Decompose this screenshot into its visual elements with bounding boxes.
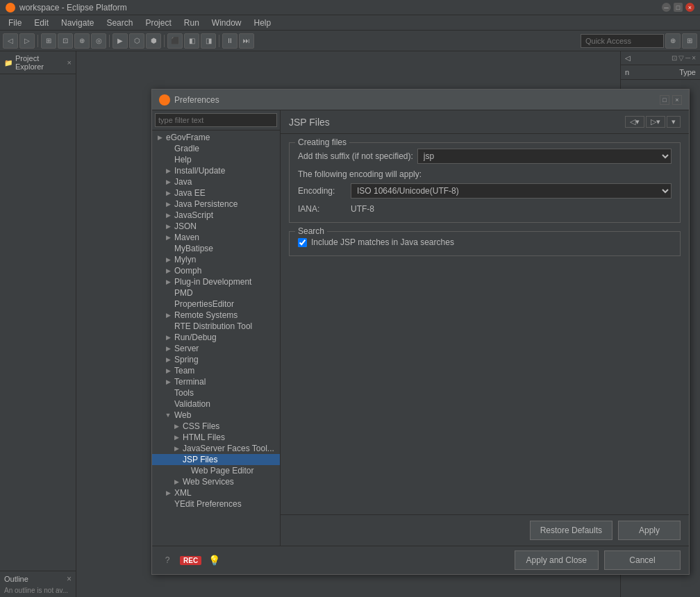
restore-defaults-button[interactable]: Restore Defaults <box>530 521 612 540</box>
toolbar-btn-16[interactable]: ⊞ <box>682 33 697 49</box>
menu-search[interactable]: Search <box>101 17 138 29</box>
toolbar-btn-14[interactable]: ⏭ <box>239 33 254 49</box>
maximize-button[interactable]: □ <box>674 3 683 12</box>
encoding-select[interactable]: ISO 10646/Unicode(UTF-8)UTF-8UTF-16ISO-8… <box>351 183 672 199</box>
menu-window[interactable]: Window <box>206 17 247 29</box>
menu-project[interactable]: Project <box>140 17 176 29</box>
toolbar-btn-3[interactable]: ⊞ <box>41 33 56 49</box>
toolbar-btn-9[interactable]: ⬢ <box>146 33 161 49</box>
menu-edit[interactable]: Edit <box>28 17 54 29</box>
tree-item-label: Gradle <box>173 144 280 153</box>
tree-item-label: Java <box>173 177 280 187</box>
toolbar-btn-4[interactable]: ⊡ <box>58 33 73 49</box>
toolbar-btn-10[interactable]: ⬛ <box>167 33 183 49</box>
suffix-select[interactable]: jspjspx <box>417 149 672 164</box>
close-button[interactable]: × <box>685 3 694 12</box>
right-panel-btn-2[interactable]: ▽ <box>678 54 684 62</box>
tree-item-Gradle[interactable]: Gradle <box>152 143 280 154</box>
tree-item-WebServices[interactable]: ▶ Web Services <box>152 476 280 487</box>
right-panel-btn-4[interactable]: × <box>692 54 696 62</box>
tree-item-Java[interactable]: ▶ Java <box>152 176 280 187</box>
tree-item-PMD[interactable]: PMD <box>152 287 280 298</box>
lightbulb-icon[interactable]: 💡 <box>207 553 221 567</box>
tree-item-Web[interactable]: ▼ Web <box>152 410 280 421</box>
tree-item-YEditPreferences[interactable]: YEdit Preferences <box>152 498 280 510</box>
menu-run[interactable]: Run <box>178 17 205 29</box>
tree-items-container: ▶ eGovFrame Gradle Help ▶ Install/Update… <box>152 131 280 546</box>
right-panel-btn-3[interactable]: ─ <box>685 54 690 62</box>
toolbar-btn-7[interactable]: ▶ <box>112 33 128 49</box>
tree-item-WebPageEditor[interactable]: Web Page Editor <box>152 465 280 476</box>
tree-item-Team[interactable]: ▶ Team <box>152 365 280 376</box>
tree-item-Server[interactable]: ▶ Server <box>152 343 280 354</box>
tree-item-eGovFrame[interactable]: ▶ eGovFrame <box>152 132 280 143</box>
toolbar-btn-6[interactable]: ◎ <box>91 33 106 49</box>
tree-item-Terminal[interactable]: ▶ Terminal <box>152 376 280 387</box>
content-panel: JSP Files ◁▾ ▷▾ ▾ Creating files Add <box>281 110 689 546</box>
nav-forward-button[interactable]: ▷▾ <box>646 116 665 128</box>
tree-item-Validation[interactable]: Validation <box>152 398 280 410</box>
nav-back-button[interactable]: ◁▾ <box>625 116 644 128</box>
tree-item-arrow: ▶ <box>163 312 173 319</box>
tree-item-label: Server <box>173 344 280 353</box>
outline-close[interactable]: × <box>67 574 72 584</box>
toolbar-btn-2[interactable]: ▷ <box>19 33 35 49</box>
toolbar-btn-13[interactable]: ⏸ <box>222 33 238 49</box>
tree-item-JavaPersistence[interactable]: ▶ Java Persistence <box>152 199 280 210</box>
tree-item-PropertiesEditor[interactable]: PropertiesEditor <box>152 298 280 310</box>
tree-item-Help[interactable]: Help <box>152 154 280 165</box>
toolbar-btn-12[interactable]: ◨ <box>201 33 216 49</box>
tree-item-RemoteSystems[interactable]: ▶ Remote Systems <box>152 310 280 321</box>
menu-file[interactable]: File <box>3 17 27 29</box>
jsp-search-checkbox[interactable] <box>298 238 307 247</box>
tree-filter-input[interactable] <box>155 113 277 127</box>
apply-and-close-button[interactable]: Apply and Close <box>515 550 599 570</box>
right-panel-cols: n Type <box>621 65 700 80</box>
tree-item-RunDebug[interactable]: ▶ Run/Debug <box>152 332 280 343</box>
quick-access-input[interactable] <box>581 34 664 48</box>
tree-item-Maven[interactable]: ▶ Maven <box>152 232 280 243</box>
tree-item-Oomph[interactable]: ▶ Oomph <box>152 265 280 276</box>
tree-item-InstallUpdate[interactable]: ▶ Install/Update <box>152 165 280 176</box>
dialog-maximize-button[interactable]: □ <box>660 95 669 105</box>
eclipse-icon <box>6 3 15 12</box>
tree-item-RTEDistributionTool[interactable]: RTE Distribution Tool <box>152 321 280 332</box>
tree-item-label: eGovFrame <box>165 133 280 142</box>
minimize-button[interactable]: ─ <box>662 3 671 12</box>
cancel-button[interactable]: Cancel <box>604 550 681 570</box>
toolbar-btn-8[interactable]: ⬡ <box>129 33 144 49</box>
right-panel-btn-1[interactable]: ⊡ <box>672 54 677 62</box>
apply-button[interactable]: Apply <box>618 521 681 540</box>
tree-item-label: HTML Files <box>181 432 280 442</box>
tree-item-JavaServerFacesTools[interactable]: ▶ JavaServer Faces Tool... <box>152 443 280 454</box>
tree-item-Spring[interactable]: ▶ Spring <box>152 354 280 365</box>
tree-item-label: JavaScript <box>173 210 280 220</box>
tree-item-HTMLFiles[interactable]: ▶ HTML Files <box>152 432 280 443</box>
tree-item-JavaScript[interactable]: ▶ JavaScript <box>152 210 280 221</box>
tree-item-PluginDevelopment[interactable]: ▶ Plug-in Development <box>152 276 280 287</box>
menu-navigate[interactable]: Navigate <box>56 17 99 29</box>
menu-help[interactable]: Help <box>249 17 277 29</box>
preferences-tree: ▶ eGovFrame Gradle Help ▶ Install/Update… <box>152 110 281 546</box>
project-explorer-close[interactable]: × <box>67 58 72 67</box>
checkbox-label[interactable]: Include JSP matches in Java searches <box>311 237 454 247</box>
tree-item-arrow: ▶ <box>163 345 173 352</box>
tree-item-XML[interactable]: ▶ XML <box>152 487 280 498</box>
tree-item-JavaEE[interactable]: ▶ Java EE <box>152 187 280 199</box>
right-panel-collapse-icon[interactable]: ◁ <box>625 54 631 62</box>
dialog-close-button[interactable]: × <box>672 95 682 105</box>
nav-menu-button[interactable]: ▾ <box>667 116 681 128</box>
tree-item-JSPFiles[interactable]: JSP Files <box>152 454 280 465</box>
toolbar-btn-1[interactable]: ◁ <box>3 33 18 49</box>
tree-item-JSON[interactable]: ▶ JSON <box>152 221 280 232</box>
tree-item-Mylyn[interactable]: ▶ Mylyn <box>152 254 280 265</box>
toolbar-btn-11[interactable]: ◧ <box>184 33 199 49</box>
help-icon[interactable]: ? <box>160 553 174 567</box>
tree-item-CSSFiles[interactable]: ▶ CSS Files <box>152 421 280 432</box>
toolbar-btn-15[interactable]: ⊕ <box>665 33 681 49</box>
toolbar-btn-5[interactable]: ⊕ <box>74 33 90 49</box>
tree-item-MyBatipse[interactable]: MyBatipse <box>152 243 280 254</box>
tree-item-label: YEdit Preferences <box>173 499 280 509</box>
tree-item-Tools[interactable]: Tools <box>152 387 280 398</box>
content-footer: Restore Defaults Apply <box>281 514 689 546</box>
